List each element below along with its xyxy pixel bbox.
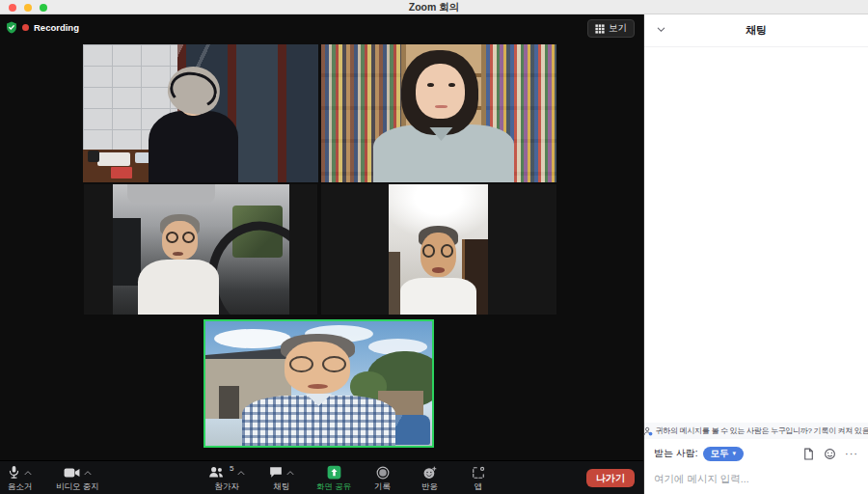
- leave-meeting-button[interactable]: 나가기: [586, 469, 635, 487]
- video-feed: [83, 44, 318, 182]
- apps-icon: [472, 466, 485, 480]
- building-door: [219, 386, 239, 419]
- video-feed: [389, 184, 488, 315]
- chat-panel-title: 채팅: [746, 23, 767, 38]
- grid-view-icon: [595, 24, 605, 34]
- chevron-up-icon[interactable]: [24, 470, 32, 476]
- chat-button-label: 채팅: [274, 481, 290, 493]
- person-mouth: [432, 267, 444, 272]
- glasses-lens: [441, 244, 453, 258]
- microphone-icon: [8, 465, 20, 480]
- reactions-label: 반응: [421, 481, 438, 493]
- video-camera-icon: [64, 467, 80, 479]
- desk-clutter: [97, 152, 130, 166]
- person-mouth: [308, 384, 328, 389]
- shield-check-icon: [6, 21, 17, 34]
- view-button[interactable]: 보기: [587, 19, 635, 38]
- reactions-smiley-icon: [423, 466, 437, 480]
- chat-message-input[interactable]: [654, 473, 858, 484]
- mute-button[interactable]: 음소거: [8, 464, 33, 493]
- chat-input-row: [644, 465, 868, 494]
- chat-privacy-notice-text: 귀하의 메시지를 볼 수 있는 사람은 누구입니까? 기록이 켜져 있음: [656, 425, 868, 436]
- door-frame: [389, 252, 400, 315]
- emoji-icon[interactable]: [824, 448, 836, 460]
- video-feed: [205, 321, 432, 446]
- recipient-selector[interactable]: 모두 ▾: [703, 447, 745, 461]
- video-feed: [321, 44, 556, 182]
- car-window-left: [113, 218, 141, 286]
- chat-actions: ···: [802, 448, 858, 460]
- meeting-toolbar: 음소거 비디오 중지 5 참: [0, 460, 643, 494]
- chat-message-list: [644, 47, 868, 423]
- window-titlebar: Zoom 회의: [0, 0, 868, 14]
- participants-label: 참가자: [214, 481, 239, 493]
- chat-footer: 귀하의 메시지를 볼 수 있는 사람은 누구입니까? 기록이 켜져 있음 받는 …: [644, 423, 868, 494]
- view-button-label: 보기: [609, 22, 627, 35]
- glasses-lens: [182, 232, 195, 243]
- chevron-up-icon[interactable]: [84, 470, 92, 476]
- video-area: Recording 보기: [0, 14, 643, 460]
- person-torso: [138, 260, 219, 315]
- video-tile-participant-1[interactable]: [83, 44, 318, 182]
- glasses-lens: [289, 356, 313, 372]
- desk-clutter: [111, 167, 132, 178]
- video-tile-active-speaker[interactable]: [203, 319, 434, 448]
- share-screen-label: 화면 공유: [316, 481, 351, 493]
- video-tile-participant-2[interactable]: [321, 44, 556, 182]
- record-button[interactable]: 기록: [374, 464, 391, 493]
- chat-button[interactable]: 채팅: [269, 464, 294, 493]
- glasses-lens: [166, 232, 178, 243]
- recording-label: Recording: [34, 22, 79, 33]
- dropdown-arrow-icon: ▾: [733, 450, 737, 457]
- apps-label: 앱: [475, 481, 483, 493]
- share-screen-button[interactable]: 화면 공유: [316, 464, 351, 493]
- video-feed: [113, 184, 289, 315]
- video-tile-participant-3[interactable]: [84, 184, 317, 315]
- recipient-value: 모두: [711, 448, 729, 460]
- chat-panel: 채팅 귀하의 메시지를 볼 수 있는 사람은 누구입니까? 기록이 켜져 있음 …: [643, 14, 868, 494]
- glasses-lens: [322, 356, 346, 372]
- share-screen-icon: [327, 465, 341, 480]
- stop-video-button[interactable]: 비디오 중지: [56, 464, 99, 493]
- participants-button[interactable]: 5 참가자: [208, 464, 245, 493]
- chevron-down-icon[interactable]: [656, 24, 667, 36]
- chat-privacy-notice: 귀하의 메시지를 볼 수 있는 사람은 누구입니까? 기록이 켜져 있음: [644, 423, 868, 439]
- person-torso: [400, 278, 475, 315]
- record-label: 기록: [374, 481, 391, 493]
- recording-dot-icon: [22, 24, 29, 31]
- zoom-window: Zoom 회의 Recording 보기: [0, 0, 868, 494]
- reactions-button[interactable]: 반응: [421, 464, 438, 493]
- person-torso: [149, 111, 238, 182]
- video-tile-participant-4[interactable]: [321, 184, 556, 315]
- desk-clutter: [88, 151, 99, 161]
- participants-count-badge: 5: [230, 464, 233, 473]
- window-title: Zoom 회의: [0, 1, 868, 14]
- apps-button[interactable]: 앱: [472, 464, 485, 493]
- glasses-lens: [422, 244, 435, 258]
- chevron-up-icon[interactable]: [286, 470, 294, 476]
- person-face: [416, 64, 465, 119]
- chat-header: 채팅: [644, 14, 868, 47]
- car-visor: [127, 184, 216, 203]
- chevron-up-icon[interactable]: [237, 470, 245, 476]
- file-attach-icon[interactable]: [802, 448, 815, 460]
- recipient-label: 받는 사람:: [654, 447, 698, 460]
- mute-label: 음소거: [8, 481, 33, 493]
- recording-indicator: Recording: [6, 21, 79, 34]
- more-options-icon[interactable]: ···: [845, 451, 858, 456]
- person-badge-icon: [643, 426, 653, 436]
- chat-bubble-icon: [269, 466, 283, 479]
- participants-icon: [208, 466, 225, 479]
- stop-video-label: 비디오 중지: [56, 481, 99, 493]
- record-icon: [376, 466, 390, 480]
- chat-recipient-row: 받는 사람: 모두 ▾ ···: [644, 442, 868, 465]
